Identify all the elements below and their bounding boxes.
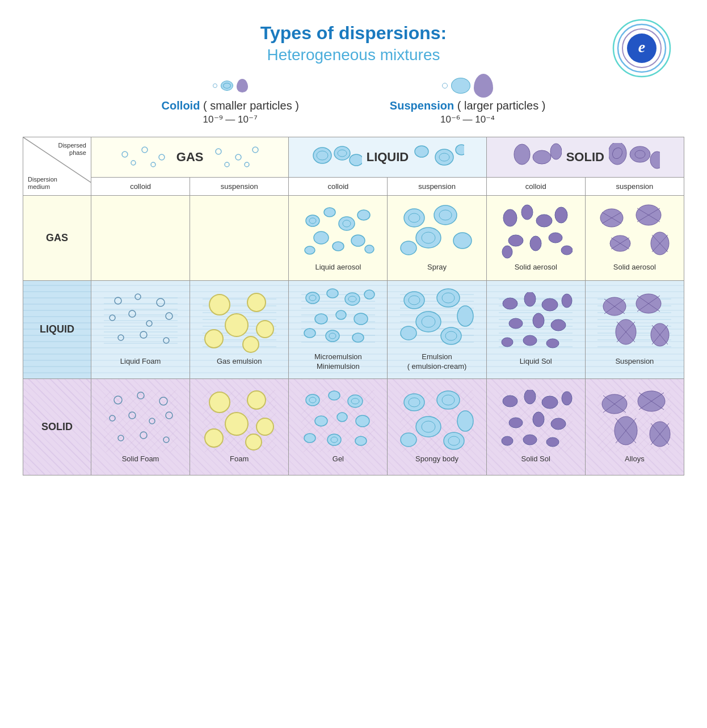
svg-point-46: [434, 205, 457, 225]
types-row: Colloid ( smaller particles ) 10⁻⁹ — 10⁻…: [23, 75, 684, 125]
svg-point-13: [253, 147, 258, 153]
svg-point-28: [609, 143, 626, 165]
svg-point-221: [437, 391, 460, 409]
svg-point-82: [115, 297, 121, 304]
svg-point-86: [129, 310, 136, 317]
svg-point-35: [324, 208, 335, 217]
svg-point-202: [246, 434, 262, 450]
svg-point-7: [142, 147, 148, 153]
liquid-header: LIQUID: [289, 137, 486, 178]
svg-point-210: [315, 416, 327, 426]
suspension-liquid-name: Suspension: [615, 357, 654, 367]
svg-point-240: [546, 437, 559, 447]
svg-point-238: [502, 436, 513, 445]
svg-point-219: [404, 394, 424, 411]
svg-point-162: [546, 339, 559, 348]
solid-foam-name: Solid Foam: [122, 455, 159, 464]
suspension-particle-3: [474, 74, 493, 98]
liquid-header-text: LIQUID: [367, 150, 409, 165]
header-row-1: Dispersedphase Dispersionmedium GAS: [23, 137, 684, 178]
svg-point-52: [503, 209, 517, 226]
dispersed-phase-label: Dispersedphase: [58, 142, 86, 157]
svg-point-20: [350, 154, 362, 166]
logo: e: [611, 17, 673, 79]
diagonal-cell: Dispersedphase Dispersionmedium: [23, 137, 91, 196]
suspension-block: Suspension ( larger particles ) 10⁻⁶ — 1…: [390, 75, 546, 125]
svg-point-156: [562, 294, 572, 308]
liquid-sol-name: Liquid Sol: [520, 357, 552, 367]
colloid-block: Colloid ( smaller particles ) 10⁻⁹ — 10⁻…: [162, 75, 299, 125]
svg-point-124: [326, 330, 339, 342]
solid-header-text: SOLID: [566, 150, 604, 165]
emulsion-name: Emulsion( emulsion-cream): [407, 352, 467, 372]
svg-point-48: [416, 228, 441, 248]
title-section: Types of dispersions: Heterogeneous mixt…: [23, 23, 684, 64]
svg-point-216: [355, 436, 367, 445]
svg-point-114: [306, 292, 319, 304]
spray-name: Spray: [427, 263, 447, 272]
svg-point-225: [457, 411, 473, 431]
liquid-aerosol-cell: Liquid aerosol: [289, 196, 388, 281]
svg-point-198: [247, 391, 266, 409]
svg-point-8: [159, 154, 165, 160]
svg-point-105: [243, 336, 259, 352]
svg-point-201: [205, 429, 223, 447]
emulsion-cell: Emulsion( emulsion-cream): [388, 281, 486, 379]
svg-point-227: [444, 432, 464, 449]
svg-point-153: [503, 298, 517, 309]
svg-point-24: [456, 145, 464, 155]
svg-point-104: [205, 330, 223, 348]
page-container: e Types of dispersions: Heterogeneous mi…: [0, 0, 707, 498]
svg-point-237: [551, 418, 566, 430]
svg-point-197: [209, 392, 230, 413]
colloid-label: Colloid ( smaller particles ): [162, 99, 299, 112]
svg-point-161: [523, 335, 537, 346]
svg-point-21: [415, 146, 428, 157]
svg-point-117: [345, 293, 360, 305]
svg-point-119: [364, 290, 374, 299]
liquid-foam-cell: Liquid Foam: [91, 281, 190, 379]
svg-point-14: [225, 162, 229, 167]
colloid-range: 10⁻⁹ — 10⁻⁷: [162, 113, 299, 125]
foam-name: Foam: [230, 455, 249, 464]
svg-point-10: [151, 162, 155, 167]
liquid-suspension-sub: suspension: [388, 178, 486, 196]
svg-point-157: [509, 318, 523, 329]
solid-aerosol-suspension-cell: Solid aerosol: [585, 196, 684, 281]
svg-point-155: [542, 298, 558, 311]
svg-point-51: [401, 241, 416, 255]
gas-header: GAS: [91, 137, 289, 178]
svg-point-26: [533, 150, 551, 164]
liquid-aerosol-name: Liquid aerosol: [315, 263, 361, 272]
foam-cell: Foam: [190, 378, 289, 475]
gel-name: Gel: [333, 455, 344, 464]
svg-point-84: [157, 298, 165, 306]
svg-point-122: [354, 313, 368, 325]
svg-point-91: [163, 338, 169, 343]
svg-point-200: [256, 418, 273, 435]
gas-gas-colloid-cell: [91, 196, 190, 281]
suspension-label: Suspension ( larger particles ): [390, 99, 546, 112]
svg-point-90: [140, 331, 147, 338]
svg-point-30: [630, 146, 650, 162]
svg-point-123: [304, 329, 315, 338]
suspension-particle-1: [442, 83, 448, 89]
gas-emulsion-name: Gas emulsion: [217, 357, 262, 367]
svg-point-120: [315, 314, 327, 324]
svg-point-235: [509, 418, 523, 428]
solid-row-label: SOLID: [23, 378, 91, 475]
svg-point-33: [306, 215, 319, 226]
svg-point-207: [329, 391, 340, 400]
svg-point-60: [561, 246, 573, 255]
svg-point-208: [348, 395, 363, 407]
colloid-particles: [162, 75, 299, 96]
solid-foam-cell: Solid Foam: [91, 378, 190, 475]
svg-point-44: [404, 209, 424, 227]
svg-point-53: [521, 205, 533, 220]
svg-point-59: [502, 246, 512, 258]
svg-point-234: [562, 392, 572, 405]
svg-point-11: [216, 149, 221, 154]
svg-point-88: [166, 313, 172, 319]
liquid-foam-name: Liquid Foam: [120, 357, 161, 367]
svg-point-83: [135, 294, 141, 300]
